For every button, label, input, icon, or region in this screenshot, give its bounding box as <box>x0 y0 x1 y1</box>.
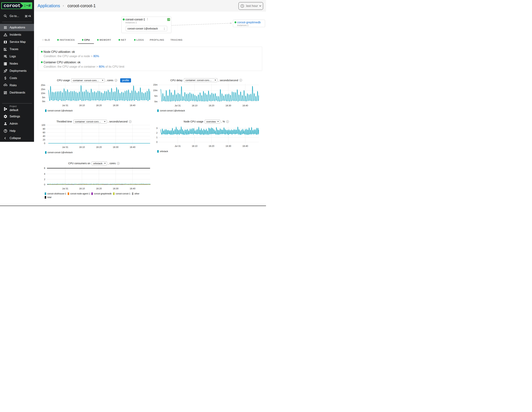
svg-text:4: 4 <box>44 173 45 175</box>
svg-text:0: 0 <box>44 183 45 186</box>
svg-text:16:10: 16:10 <box>79 104 85 107</box>
svg-text:20: 20 <box>43 139 45 141</box>
svg-text:16:30: 16:30 <box>226 145 231 147</box>
svg-text:16:40: 16:40 <box>242 104 248 107</box>
svg-text:10m: 10m <box>41 92 45 94</box>
svg-text:16:20: 16:20 <box>96 146 102 149</box>
svg-text:16:10: 16:10 <box>79 187 85 190</box>
svg-text:16:20: 16:20 <box>209 145 214 147</box>
svg-text:Jul 31: Jul 31 <box>175 145 180 147</box>
svg-text:6: 6 <box>44 167 45 169</box>
svg-text:15m: 15m <box>41 88 45 91</box>
svg-text:80: 80 <box>43 128 45 130</box>
svg-text:16:40: 16:40 <box>130 104 135 107</box>
svg-text:Jul 31: Jul 31 <box>62 104 68 107</box>
svg-text:16:10: 16:10 <box>192 104 197 107</box>
svg-text:0: 0 <box>156 141 157 143</box>
svg-text:16:30: 16:30 <box>113 104 118 107</box>
svg-text:Jul 31: Jul 31 <box>62 187 68 190</box>
svg-text:16:20: 16:20 <box>209 104 214 107</box>
svg-text:60: 60 <box>43 131 45 134</box>
svg-text:2: 2 <box>44 178 45 181</box>
svg-text:16:10: 16:10 <box>192 145 197 147</box>
svg-text:100: 100 <box>41 124 45 126</box>
svg-text:15m: 15m <box>153 84 157 86</box>
svg-text:16:20: 16:20 <box>96 104 102 107</box>
svg-text:20m: 20m <box>41 84 45 86</box>
svg-text:1: 1 <box>156 136 157 139</box>
svg-text:16:40: 16:40 <box>130 146 135 149</box>
svg-text:5m: 5m <box>42 96 45 99</box>
svg-text:Jul 31: Jul 31 <box>62 146 68 149</box>
svg-text:16:40: 16:40 <box>242 145 248 147</box>
svg-text:5m: 5m <box>154 95 157 97</box>
svg-text:10m: 10m <box>153 89 157 92</box>
svg-text:16:30: 16:30 <box>113 146 118 149</box>
svg-text:Jul 31: Jul 31 <box>175 104 180 107</box>
svg-text:0: 0 <box>44 142 45 145</box>
svg-text:16:10: 16:10 <box>79 146 85 149</box>
svg-text:0m: 0m <box>154 100 157 103</box>
svg-text:16:30: 16:30 <box>113 187 118 190</box>
svg-text:16:20: 16:20 <box>96 187 102 190</box>
svg-text:16:40: 16:40 <box>130 187 135 190</box>
svg-text:0m: 0m <box>42 100 45 103</box>
svg-text:2: 2 <box>156 132 157 134</box>
svg-text:16:30: 16:30 <box>226 104 231 107</box>
svg-text:40: 40 <box>43 135 45 137</box>
svg-text:3: 3 <box>156 127 157 130</box>
